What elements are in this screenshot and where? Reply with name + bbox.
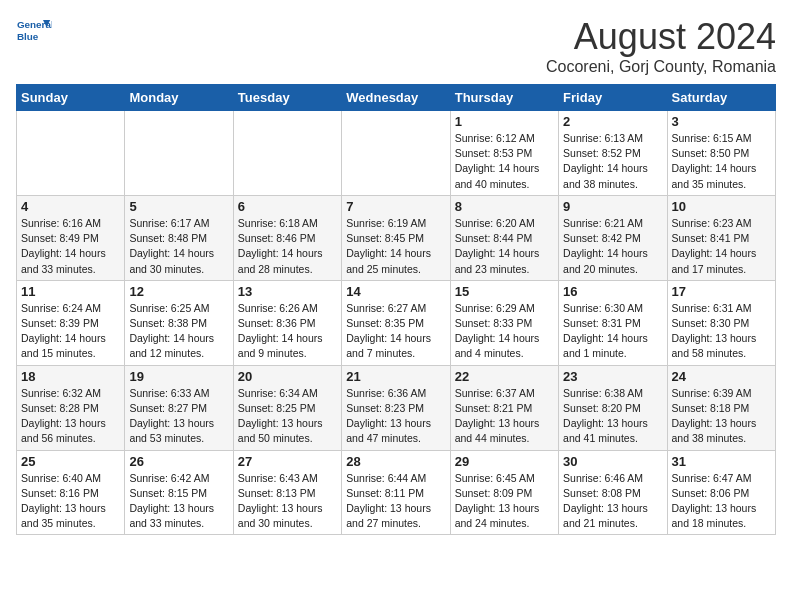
day-info: Sunrise: 6:47 AMSunset: 8:06 PMDaylight:… — [672, 471, 771, 532]
day-cell: 6Sunrise: 6:18 AMSunset: 8:46 PMDaylight… — [233, 195, 341, 280]
day-cell: 29Sunrise: 6:45 AMSunset: 8:09 PMDayligh… — [450, 450, 558, 535]
day-info: Sunrise: 6:46 AMSunset: 8:08 PMDaylight:… — [563, 471, 662, 532]
day-info: Sunrise: 6:26 AMSunset: 8:36 PMDaylight:… — [238, 301, 337, 362]
day-info: Sunrise: 6:15 AMSunset: 8:50 PMDaylight:… — [672, 131, 771, 192]
week-row-4: 18Sunrise: 6:32 AMSunset: 8:28 PMDayligh… — [17, 365, 776, 450]
day-info: Sunrise: 6:44 AMSunset: 8:11 PMDaylight:… — [346, 471, 445, 532]
week-row-3: 11Sunrise: 6:24 AMSunset: 8:39 PMDayligh… — [17, 280, 776, 365]
day-info: Sunrise: 6:20 AMSunset: 8:44 PMDaylight:… — [455, 216, 554, 277]
day-cell: 22Sunrise: 6:37 AMSunset: 8:21 PMDayligh… — [450, 365, 558, 450]
day-cell: 19Sunrise: 6:33 AMSunset: 8:27 PMDayligh… — [125, 365, 233, 450]
day-cell: 17Sunrise: 6:31 AMSunset: 8:30 PMDayligh… — [667, 280, 775, 365]
day-cell: 21Sunrise: 6:36 AMSunset: 8:23 PMDayligh… — [342, 365, 450, 450]
day-number: 25 — [21, 454, 120, 469]
weekday-header-sunday: Sunday — [17, 85, 125, 111]
day-cell: 2Sunrise: 6:13 AMSunset: 8:52 PMDaylight… — [559, 111, 667, 196]
day-info: Sunrise: 6:16 AMSunset: 8:49 PMDaylight:… — [21, 216, 120, 277]
day-number: 12 — [129, 284, 228, 299]
day-cell: 30Sunrise: 6:46 AMSunset: 8:08 PMDayligh… — [559, 450, 667, 535]
day-number: 8 — [455, 199, 554, 214]
day-cell: 5Sunrise: 6:17 AMSunset: 8:48 PMDaylight… — [125, 195, 233, 280]
weekday-header-row: SundayMondayTuesdayWednesdayThursdayFrid… — [17, 85, 776, 111]
day-cell — [342, 111, 450, 196]
day-cell: 23Sunrise: 6:38 AMSunset: 8:20 PMDayligh… — [559, 365, 667, 450]
day-number: 31 — [672, 454, 771, 469]
day-number: 6 — [238, 199, 337, 214]
day-number: 7 — [346, 199, 445, 214]
day-info: Sunrise: 6:39 AMSunset: 8:18 PMDaylight:… — [672, 386, 771, 447]
day-info: Sunrise: 6:24 AMSunset: 8:39 PMDaylight:… — [21, 301, 120, 362]
day-cell: 18Sunrise: 6:32 AMSunset: 8:28 PMDayligh… — [17, 365, 125, 450]
title-block: August 2024 Cocoreni, Gorj County, Roman… — [546, 16, 776, 76]
day-number: 5 — [129, 199, 228, 214]
weekday-header-wednesday: Wednesday — [342, 85, 450, 111]
day-info: Sunrise: 6:27 AMSunset: 8:35 PMDaylight:… — [346, 301, 445, 362]
day-info: Sunrise: 6:34 AMSunset: 8:25 PMDaylight:… — [238, 386, 337, 447]
day-cell: 10Sunrise: 6:23 AMSunset: 8:41 PMDayligh… — [667, 195, 775, 280]
day-number: 10 — [672, 199, 771, 214]
weekday-header-tuesday: Tuesday — [233, 85, 341, 111]
day-number: 17 — [672, 284, 771, 299]
day-number: 23 — [563, 369, 662, 384]
day-number: 3 — [672, 114, 771, 129]
day-number: 30 — [563, 454, 662, 469]
day-info: Sunrise: 6:33 AMSunset: 8:27 PMDaylight:… — [129, 386, 228, 447]
logo-icon: General Blue — [16, 16, 52, 44]
day-number: 29 — [455, 454, 554, 469]
day-number: 14 — [346, 284, 445, 299]
day-number: 21 — [346, 369, 445, 384]
day-info: Sunrise: 6:36 AMSunset: 8:23 PMDaylight:… — [346, 386, 445, 447]
weekday-header-thursday: Thursday — [450, 85, 558, 111]
day-info: Sunrise: 6:37 AMSunset: 8:21 PMDaylight:… — [455, 386, 554, 447]
day-cell: 9Sunrise: 6:21 AMSunset: 8:42 PMDaylight… — [559, 195, 667, 280]
day-cell: 1Sunrise: 6:12 AMSunset: 8:53 PMDaylight… — [450, 111, 558, 196]
day-cell: 24Sunrise: 6:39 AMSunset: 8:18 PMDayligh… — [667, 365, 775, 450]
day-number: 15 — [455, 284, 554, 299]
day-number: 22 — [455, 369, 554, 384]
day-number: 11 — [21, 284, 120, 299]
day-info: Sunrise: 6:12 AMSunset: 8:53 PMDaylight:… — [455, 131, 554, 192]
week-row-2: 4Sunrise: 6:16 AMSunset: 8:49 PMDaylight… — [17, 195, 776, 280]
day-cell: 11Sunrise: 6:24 AMSunset: 8:39 PMDayligh… — [17, 280, 125, 365]
day-cell: 26Sunrise: 6:42 AMSunset: 8:15 PMDayligh… — [125, 450, 233, 535]
day-number: 24 — [672, 369, 771, 384]
day-cell: 20Sunrise: 6:34 AMSunset: 8:25 PMDayligh… — [233, 365, 341, 450]
day-cell: 31Sunrise: 6:47 AMSunset: 8:06 PMDayligh… — [667, 450, 775, 535]
day-number: 19 — [129, 369, 228, 384]
day-cell: 7Sunrise: 6:19 AMSunset: 8:45 PMDaylight… — [342, 195, 450, 280]
day-number: 18 — [21, 369, 120, 384]
month-year: August 2024 — [546, 16, 776, 58]
day-cell: 27Sunrise: 6:43 AMSunset: 8:13 PMDayligh… — [233, 450, 341, 535]
day-cell — [233, 111, 341, 196]
day-info: Sunrise: 6:25 AMSunset: 8:38 PMDaylight:… — [129, 301, 228, 362]
weekday-header-monday: Monday — [125, 85, 233, 111]
day-number: 16 — [563, 284, 662, 299]
day-cell — [125, 111, 233, 196]
day-info: Sunrise: 6:23 AMSunset: 8:41 PMDaylight:… — [672, 216, 771, 277]
day-info: Sunrise: 6:19 AMSunset: 8:45 PMDaylight:… — [346, 216, 445, 277]
week-row-5: 25Sunrise: 6:40 AMSunset: 8:16 PMDayligh… — [17, 450, 776, 535]
day-number: 20 — [238, 369, 337, 384]
calendar: SundayMondayTuesdayWednesdayThursdayFrid… — [16, 84, 776, 535]
day-number: 28 — [346, 454, 445, 469]
weekday-header-friday: Friday — [559, 85, 667, 111]
day-info: Sunrise: 6:13 AMSunset: 8:52 PMDaylight:… — [563, 131, 662, 192]
logo: General Blue — [16, 16, 52, 44]
day-info: Sunrise: 6:31 AMSunset: 8:30 PMDaylight:… — [672, 301, 771, 362]
day-cell: 15Sunrise: 6:29 AMSunset: 8:33 PMDayligh… — [450, 280, 558, 365]
day-cell — [17, 111, 125, 196]
day-number: 13 — [238, 284, 337, 299]
day-number: 9 — [563, 199, 662, 214]
page-header: General Blue August 2024 Cocoreni, Gorj … — [16, 16, 776, 76]
day-cell: 14Sunrise: 6:27 AMSunset: 8:35 PMDayligh… — [342, 280, 450, 365]
day-cell: 13Sunrise: 6:26 AMSunset: 8:36 PMDayligh… — [233, 280, 341, 365]
day-info: Sunrise: 6:17 AMSunset: 8:48 PMDaylight:… — [129, 216, 228, 277]
day-info: Sunrise: 6:32 AMSunset: 8:28 PMDaylight:… — [21, 386, 120, 447]
day-number: 4 — [21, 199, 120, 214]
location: Cocoreni, Gorj County, Romania — [546, 58, 776, 76]
day-info: Sunrise: 6:30 AMSunset: 8:31 PMDaylight:… — [563, 301, 662, 362]
day-info: Sunrise: 6:38 AMSunset: 8:20 PMDaylight:… — [563, 386, 662, 447]
day-number: 26 — [129, 454, 228, 469]
day-cell: 8Sunrise: 6:20 AMSunset: 8:44 PMDaylight… — [450, 195, 558, 280]
day-info: Sunrise: 6:45 AMSunset: 8:09 PMDaylight:… — [455, 471, 554, 532]
